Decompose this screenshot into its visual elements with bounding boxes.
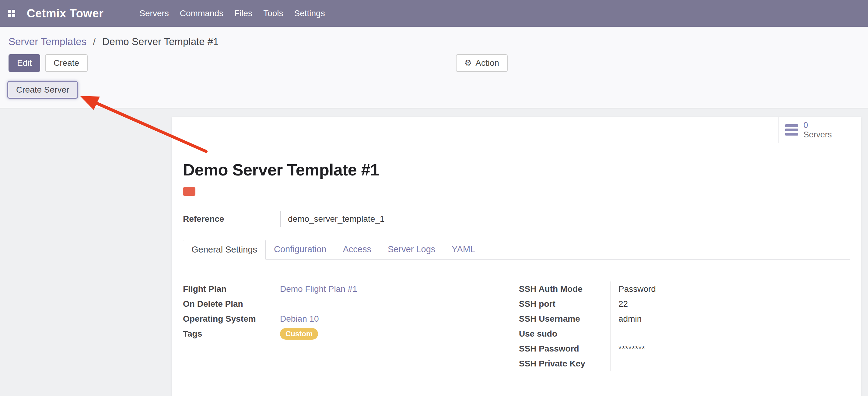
control-panel: Server Templates / Demo Server Template … <box>0 27 868 108</box>
app-brand[interactable]: Cetmix Tower <box>27 7 103 20</box>
menu-tools[interactable]: Tools <box>258 0 288 27</box>
apps-grid-icon[interactable] <box>8 10 15 17</box>
form-sheet: 0 Servers Demo Server Template #1 Refere… <box>172 117 861 396</box>
servers-count: 0 <box>804 121 832 130</box>
action-button-label: Action <box>475 58 499 68</box>
servers-icon <box>785 124 798 136</box>
tags-value: Custom <box>280 326 519 341</box>
breadcrumb-current: Demo Server Template #1 <box>102 36 219 47</box>
tag-custom: Custom <box>280 328 318 340</box>
button-row: Edit Create ⚙ Action <box>0 48 868 73</box>
tab-server-logs[interactable]: Server Logs <box>379 240 443 259</box>
tags-label: Tags <box>183 326 280 341</box>
tab-content-general-settings: Flight Plan Demo Flight Plan #1 On Delet… <box>183 259 850 371</box>
menu-settings[interactable]: Settings <box>289 0 331 27</box>
reference-label: Reference <box>183 211 280 227</box>
create-button[interactable]: Create <box>45 54 88 72</box>
tab-yaml[interactable]: YAML <box>443 240 483 259</box>
sheet-body: Demo Server Template #1 Reference demo_s… <box>172 160 861 371</box>
operating-system-value: Debian 10 <box>280 311 519 326</box>
sheet-header: 0 Servers <box>172 117 861 143</box>
action-button[interactable]: ⚙ Action <box>456 54 508 72</box>
create-server-button[interactable]: Create Server <box>7 81 78 99</box>
flight-plan-label: Flight Plan <box>183 281 280 296</box>
ssh-password-value: ******** <box>611 341 850 356</box>
menu-files[interactable]: Files <box>229 0 258 27</box>
on-delete-plan-label: On Delete Plan <box>183 296 280 311</box>
operating-system-link[interactable]: Debian 10 <box>280 314 319 324</box>
on-delete-plan-value <box>280 296 519 311</box>
reference-value: demo_server_template_1 <box>280 211 385 227</box>
edit-button[interactable]: Edit <box>8 54 40 72</box>
ssh-port-label: SSH port <box>519 296 611 311</box>
record-title: Demo Server Template #1 <box>183 160 850 179</box>
color-swatch <box>183 187 195 196</box>
use-sudo-value <box>611 326 850 341</box>
menu-servers[interactable]: Servers <box>134 0 174 27</box>
ssh-auth-mode-label: SSH Auth Mode <box>519 281 611 296</box>
main-area: 0 Servers Demo Server Template #1 Refere… <box>0 108 868 396</box>
breadcrumb-parent-link[interactable]: Server Templates <box>8 36 87 47</box>
top-navbar: Cetmix Tower Servers Commands Files Tool… <box>0 0 868 27</box>
field-group-left: Flight Plan Demo Flight Plan #1 On Delet… <box>183 281 519 371</box>
reference-field: Reference demo_server_template_1 <box>183 211 850 227</box>
statusbar: Create Server <box>0 73 868 108</box>
breadcrumb-separator: / <box>93 36 96 47</box>
ssh-private-key-label: SSH Private Key <box>519 356 611 371</box>
use-sudo-label: Use sudo <box>519 326 611 341</box>
menu-commands[interactable]: Commands <box>175 0 229 27</box>
field-group-right: SSH Auth Mode Password SSH port 22 SSH U… <box>519 281 850 371</box>
notebook-tabs: General Settings Configuration Access Se… <box>183 240 850 259</box>
servers-stat-button[interactable]: 0 Servers <box>778 117 861 143</box>
ssh-password-label: SSH Password <box>519 341 611 356</box>
operating-system-label: Operating System <box>183 311 280 326</box>
flight-plan-value: Demo Flight Plan #1 <box>280 281 519 296</box>
tab-access[interactable]: Access <box>335 240 379 259</box>
ssh-username-value: admin <box>611 311 850 326</box>
breadcrumb: Server Templates / Demo Server Template … <box>0 27 868 48</box>
ssh-username-label: SSH Username <box>519 311 611 326</box>
ssh-port-value: 22 <box>611 296 850 311</box>
flight-plan-link[interactable]: Demo Flight Plan #1 <box>280 284 357 294</box>
ssh-private-key-value <box>611 356 850 371</box>
tab-general-settings[interactable]: General Settings <box>183 240 266 259</box>
servers-label: Servers <box>804 130 832 140</box>
ssh-auth-mode-value: Password <box>611 281 850 296</box>
servers-stat-text: 0 Servers <box>804 121 832 140</box>
tab-configuration[interactable]: Configuration <box>266 240 335 259</box>
main-menu: Servers Commands Files Tools Settings <box>134 0 330 27</box>
gear-icon: ⚙ <box>464 59 472 67</box>
